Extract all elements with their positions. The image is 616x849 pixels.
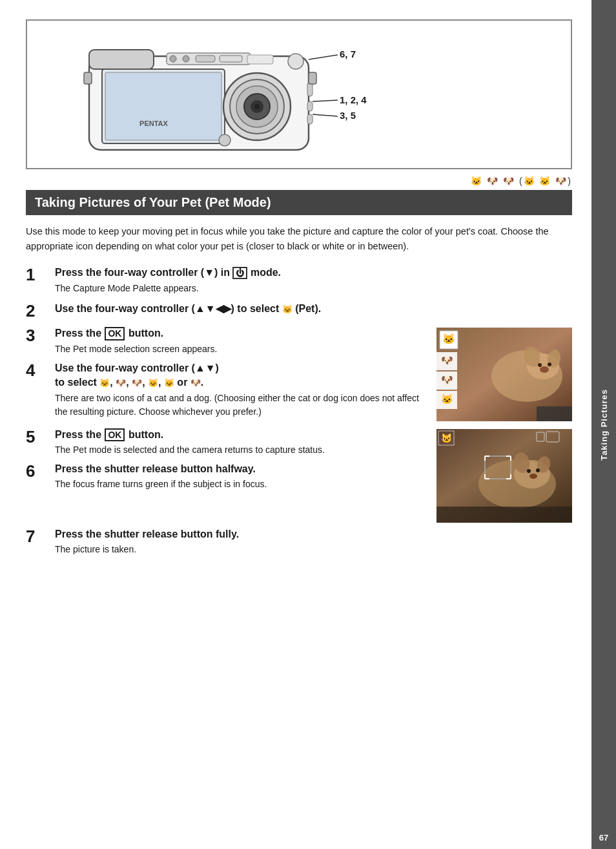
svg-point-37 (548, 362, 551, 366)
step-3-number: 3 (26, 326, 55, 345)
step-7-title: Press the shutter release button fully. (55, 527, 572, 541)
svg-text:PENTAX: PENTAX (139, 120, 168, 127)
main-content: PENTAX (0, 0, 591, 849)
svg-text:3, 5: 3, 5 (340, 110, 356, 121)
step-4-content: Use the four-way controller (▲▼)to selec… (55, 361, 427, 419)
step-3-desc: The Pet mode selection screen appears. (55, 342, 427, 356)
svg-rect-22 (84, 72, 92, 84)
step-6-content: Press the shutter release button halfway… (55, 462, 427, 491)
step-7-number: 7 (26, 527, 55, 546)
callout-container: PENTAX (57, 30, 541, 158)
step-5-left: 5 Press the OK button. The Pet mode is s… (26, 428, 427, 498)
step-3-content: Press the OK button. The Pet mode select… (55, 326, 427, 355)
step-4-number: 4 (26, 361, 55, 380)
svg-point-36 (538, 363, 542, 367)
intro-text: Use this mode to keep your moving pet in… (26, 226, 549, 251)
pet-image-2-svg: 🐱 (436, 429, 572, 523)
svg-text:🐶: 🐶 (441, 355, 453, 366)
ok-label-5: OK (105, 428, 125, 442)
ok-label-3: OK (105, 327, 125, 341)
step-6-desc: The focus frame turns green if the subje… (55, 477, 427, 491)
step-1: 1 Press the four-way controller (▼) in ⏻… (26, 266, 572, 295)
step-3-with-image: 3 Press the OK button. The Pet mode sele… (26, 326, 572, 424)
svg-text:🐶: 🐶 (441, 374, 453, 386)
svg-rect-69 (436, 507, 572, 523)
step-4-desc: There are two icons of a cat and a dog. … (55, 392, 427, 419)
svg-point-53 (527, 469, 531, 473)
svg-rect-6 (220, 56, 242, 62)
step-1-number: 1 (26, 266, 55, 284)
step-7: 7 Press the shutter release button fully… (26, 527, 572, 556)
step-2-content: Use the four-way controller (▲▼◀▶) to se… (55, 302, 572, 316)
svg-line-28 (313, 114, 338, 116)
svg-rect-47 (537, 406, 572, 421)
step-5-title: Press the OK button. (55, 428, 427, 442)
svg-rect-18 (307, 101, 313, 111)
svg-line-24 (309, 55, 338, 59)
page-number: 67 (591, 833, 616, 843)
svg-rect-9 (105, 72, 221, 140)
svg-point-55 (529, 474, 537, 479)
step-3-title: Press the OK button. (55, 326, 427, 341)
svg-point-4 (183, 56, 189, 62)
mode-icons: 🐱 🐶 🐶 (🐱 🐱 🐶) (471, 176, 572, 186)
svg-text:🐱: 🐱 (441, 433, 453, 444)
intro-paragraph: Use this mode to keep your moving pet in… (26, 224, 572, 254)
svg-rect-7 (247, 55, 273, 64)
step-1-desc: The Capture Mode Palette appears. (55, 282, 572, 295)
step-5-number: 5 (26, 428, 55, 446)
svg-point-3 (170, 56, 176, 62)
svg-rect-19 (307, 114, 313, 124)
pet-selection-image: 🐱 🐶 🐶 🐱 (436, 328, 572, 423)
svg-point-38 (540, 366, 549, 373)
svg-point-21 (219, 134, 231, 146)
step-2-number: 2 (26, 302, 55, 320)
step-6-title: Press the shutter release button halfway… (55, 462, 427, 476)
svg-point-16 (254, 104, 260, 109)
step-6: 6 Press the shutter release button halfw… (26, 462, 427, 491)
step-5-with-image: 5 Press the OK button. The Pet mode is s… (26, 428, 572, 525)
step-2-title: Use the four-way controller (▲▼◀▶) to se… (55, 302, 572, 316)
step-3-left: 3 Press the OK button. The Pet mode sele… (26, 326, 427, 424)
camera-diagram: PENTAX (26, 19, 572, 169)
svg-text:1, 2, 4: 1, 2, 4 (340, 94, 367, 105)
sidebar-tab: Taking Pictures 67 (591, 0, 616, 849)
icons-row: 🐱 🐶 🐶 (🐱 🐱 🐶) (26, 176, 572, 186)
svg-rect-1 (89, 50, 154, 69)
step-4: 4 Use the four-way controller (▲▼)to sel… (26, 361, 427, 419)
step-5-desc: The Pet mode is selected and the camera … (55, 443, 427, 457)
svg-point-54 (536, 468, 540, 472)
step-1-content: Press the four-way controller (▼) in ⏻ m… (55, 266, 572, 295)
svg-line-26 (313, 100, 338, 101)
page-wrapper: PENTAX (0, 0, 616, 849)
svg-text:🐱: 🐱 (441, 393, 453, 405)
step-4-title: Use the four-way controller (▲▼)to selec… (55, 361, 427, 390)
svg-rect-23 (309, 72, 316, 84)
step-5-content: Press the OK button. The Pet mode is sel… (55, 428, 427, 457)
svg-text:6, 7: 6, 7 (340, 48, 356, 59)
step-3: 3 Press the OK button. The Pet mode sele… (26, 326, 427, 355)
step-2: 2 Use the four-way controller (▲▼◀▶) to … (26, 302, 572, 320)
svg-point-20 (288, 54, 303, 69)
section-title: Taking Pictures of Your Pet (Pet Mode) (35, 195, 271, 209)
svg-text:🐱: 🐱 (442, 333, 455, 345)
step-6-number: 6 (26, 462, 55, 481)
camera-illustration: PENTAX (57, 30, 367, 156)
pet-image-1-svg: 🐱 🐶 🐶 🐱 (436, 328, 572, 421)
section-heading: Taking Pictures of Your Pet (Pet Mode) (26, 190, 572, 215)
step-1-title: Press the four-way controller (▼) in ⏻ m… (55, 266, 572, 280)
sidebar-tab-label: Taking Pictures (599, 389, 609, 461)
capture-mode-image: 🐱 (436, 429, 572, 525)
step-7-desc: The picture is taken. (55, 543, 572, 556)
steps-container: 1 Press the four-way controller (▼) in ⏻… (26, 266, 572, 556)
step-7-content: Press the shutter release button fully. … (55, 527, 572, 556)
step-5: 5 Press the OK button. The Pet mode is s… (26, 428, 427, 457)
svg-rect-5 (196, 56, 215, 62)
